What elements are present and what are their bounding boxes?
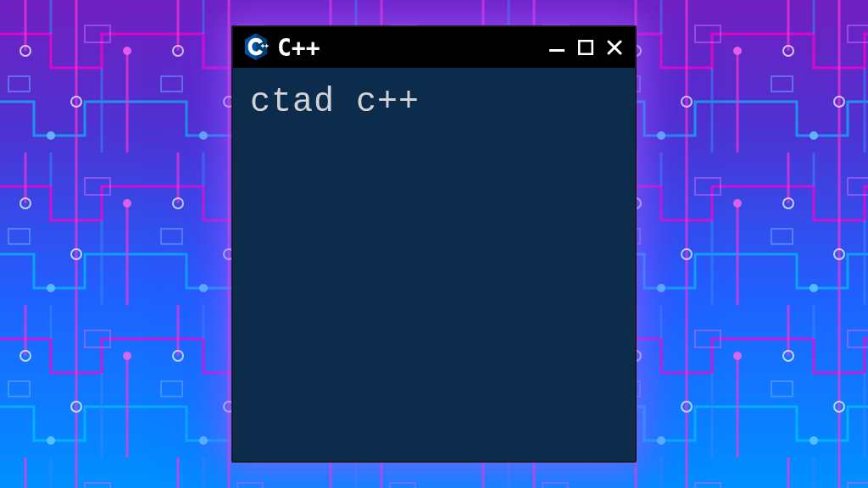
window-controls — [547, 37, 625, 58]
window-title: C++ — [277, 34, 538, 62]
close-button[interactable] — [604, 37, 625, 58]
svg-rect-10 — [579, 41, 593, 54]
minimize-button[interactable] — [547, 37, 567, 58]
svg-rect-9 — [549, 49, 565, 52]
terminal-content[interactable]: ctad c++ — [233, 68, 635, 461]
terminal-text: ctad c++ — [250, 83, 618, 121]
maximize-button[interactable] — [576, 37, 596, 58]
cpp-logo-icon — [243, 33, 269, 62]
titlebar[interactable]: C++ — [233, 27, 635, 68]
terminal-window: C++ ctad c++ — [231, 25, 637, 463]
